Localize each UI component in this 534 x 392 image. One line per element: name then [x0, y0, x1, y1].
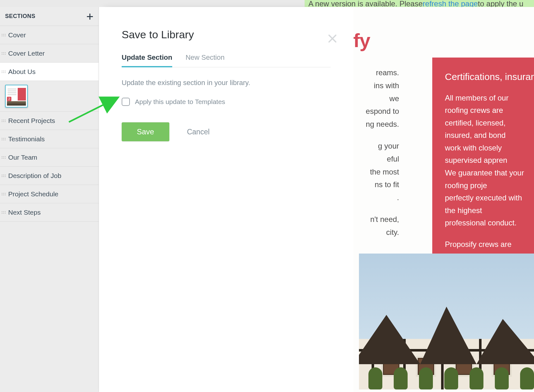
sidebar-item-label: About Us — [8, 68, 35, 76]
sidebar-item-next-steps[interactable]: Next Steps — [0, 203, 99, 222]
notif-pre: A new version is available. Please — [308, 3, 423, 4]
sidebar-item-label: Our Team — [8, 154, 37, 161]
update-notification: A new version is available. Please refre… — [305, 0, 534, 8]
sidebar-item-description-of-job[interactable]: Description of Job — [0, 167, 99, 185]
brand-logo-fragment: fy — [353, 29, 370, 52]
modal-description: Update the existing section in your libr… — [122, 79, 331, 87]
card-paragraph-1: All members of our roofing crews are cer… — [445, 92, 527, 230]
card-heading: Certifications, insurance, an — [445, 69, 527, 85]
drag-handle-icon[interactable] — [1, 34, 6, 36]
sidebar-item-label: Description of Job — [8, 172, 61, 180]
sidebar-header: SECTIONS — [0, 7, 99, 26]
save-button[interactable]: Save — [122, 122, 169, 141]
sidebar-item-cover[interactable]: Cover — [0, 26, 99, 44]
modal-title: Save to Library — [122, 28, 331, 41]
drag-handle-icon[interactable] — [1, 175, 6, 177]
modal-tabs: Update Section New Section — [122, 53, 331, 67]
sidebar-item-label: Testimonials — [8, 135, 45, 143]
close-icon[interactable] — [327, 34, 337, 45]
document-preview: fy reams. ins with we espond to ng needs… — [353, 7, 534, 392]
tab-update-section[interactable]: Update Section — [122, 53, 172, 67]
notif-post: to apply the u — [478, 3, 523, 4]
drag-handle-icon[interactable] — [1, 138, 6, 140]
checkbox-apply-templates[interactable] — [122, 98, 130, 106]
drag-handle-icon[interactable] — [1, 156, 6, 159]
drag-handle-icon[interactable] — [1, 193, 6, 195]
refresh-link[interactable]: refresh the page — [423, 3, 478, 4]
sidebar-item-label: Next Steps — [8, 209, 41, 216]
sidebar-item-testimonials[interactable]: Testimonials — [0, 130, 99, 148]
sidebar-item-our-team[interactable]: Our Team — [0, 148, 99, 167]
tab-new-section[interactable]: New Section — [185, 53, 225, 67]
drag-handle-icon[interactable] — [1, 211, 6, 214]
drag-handle-icon[interactable] — [1, 52, 6, 55]
drag-handle-icon[interactable] — [1, 119, 6, 122]
sidebar-item-recent-projects[interactable]: Recent Projects — [0, 112, 99, 130]
save-to-library-panel: Save to Library Update Section New Secti… — [99, 7, 353, 392]
document-body-text: reams. ins with we espond to ng needs. g… — [353, 66, 399, 248]
page-thumbnail-row: 2 — [0, 81, 99, 112]
sidebar-item-about-us[interactable]: About Us — [0, 63, 99, 81]
sidebar-item-label: Project Schedule — [8, 190, 58, 198]
page-thumbnail[interactable]: 2 — [5, 85, 28, 107]
add-section-icon[interactable] — [86, 13, 94, 20]
thumbnail-page-number: 2 — [7, 97, 11, 101]
cancel-button[interactable]: Cancel — [187, 128, 210, 136]
sections-sidebar: SECTIONS Cover Cover Letter About Us 2 — [0, 7, 99, 392]
checkbox-label: Apply this update to Templates — [135, 98, 225, 106]
sidebar-item-label: Cover Letter — [8, 50, 45, 57]
sidebar-item-label: Recent Projects — [8, 117, 55, 125]
sidebar-item-project-schedule[interactable]: Project Schedule — [0, 185, 99, 203]
sidebar-item-label: Cover — [8, 31, 26, 39]
apply-to-templates-row[interactable]: Apply this update to Templates — [122, 98, 331, 106]
house-image — [359, 254, 534, 389]
sidebar-title: SECTIONS — [5, 13, 35, 20]
sidebar-item-cover-letter[interactable]: Cover Letter — [0, 44, 99, 63]
drag-handle-icon[interactable] — [1, 70, 6, 73]
